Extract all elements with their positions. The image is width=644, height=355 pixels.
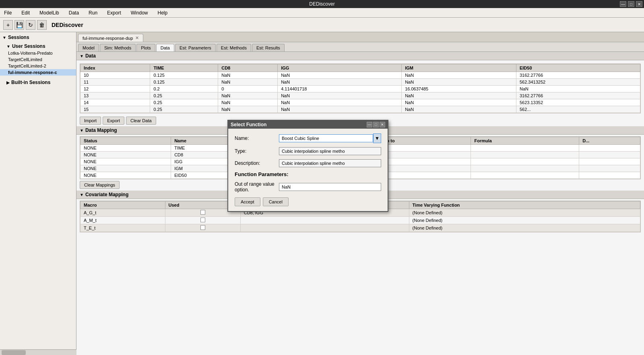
menu-data[interactable]: Data <box>66 9 81 16</box>
session-tab-active[interactable]: ful-immune-response-dup ✕ <box>78 34 143 42</box>
menu-file[interactable]: File <box>2 9 14 16</box>
data-section-header: ▼ Data <box>76 52 644 60</box>
cell-index: 12 <box>80 86 150 92</box>
cell-time: 0.125 <box>150 79 218 86</box>
tab-sim-methods[interactable]: Sim: Methods <box>100 44 136 51</box>
cov-used-2[interactable] <box>165 224 240 232</box>
sidebar-hscrollbar[interactable] <box>0 349 76 355</box>
cov-used-1[interactable] <box>165 217 240 224</box>
sidebar-item-targetcelllimited[interactable]: TargetCellLimited <box>0 56 76 63</box>
menu-bar: File Edit ModelLib Data Run Export Windo… <box>0 8 644 18</box>
sidebar-user-sessions-header[interactable]: ▼ User Sessions <box>0 43 76 50</box>
cov-checkbox-2[interactable] <box>200 225 205 230</box>
modal-outofrange-row: Out of range value option. <box>235 181 381 193</box>
table-row[interactable]: 15 0.25 NaN NaN NaN 562... <box>80 106 640 113</box>
clear-mappings-button[interactable]: Clear Mappings <box>80 181 120 189</box>
modal-name-input[interactable] <box>279 134 373 142</box>
cell-igg: NaN <box>278 99 402 106</box>
data-table-container: Index TIME CD8 IGG IGM EID50 10 0.125 Na <box>80 64 641 113</box>
sidebar-builtin-label: Built-in Sessions <box>11 80 50 85</box>
sidebar-item-lotkavolterra[interactable]: Lotka-Volterra-Predato <box>0 50 76 56</box>
cell-igm: NaN <box>402 106 516 113</box>
cov-checkbox-1[interactable] <box>200 218 205 222</box>
cov-table-body: A_G_t CD8, IGG (None Defined) A_M_t (Non… <box>80 209 640 232</box>
inner-tab-bar: Model Sim: Methods Plots Data Est: Param… <box>76 42 644 52</box>
table-row[interactable]: 11 0.125 NaN NaN NaN 562.3413252 <box>80 79 640 86</box>
minimize-btn[interactable]: — <box>620 1 626 7</box>
data-mapping-label: Data Mapping <box>85 127 117 133</box>
map-formula-3 <box>471 165 579 172</box>
cov-checkbox-0[interactable] <box>200 210 205 215</box>
modal-accept-button[interactable]: Accept <box>235 197 260 206</box>
table-row[interactable]: T_E_t (None Defined) <box>80 224 640 232</box>
data-mapping-arrow: ▼ <box>80 128 84 133</box>
map-mapto-1 <box>377 152 471 158</box>
menu-edit[interactable]: Edit <box>19 9 32 16</box>
map-mapto-3 <box>377 165 471 172</box>
close-btn[interactable]: ✕ <box>636 1 642 7</box>
modal-minimize-btn[interactable]: — <box>367 122 372 127</box>
modal-name-dropdown-btn[interactable]: ▼ <box>373 133 381 143</box>
menu-run[interactable]: Run <box>86 9 100 16</box>
maximize-btn[interactable]: □ <box>628 1 634 7</box>
modal-close-btn[interactable]: ✕ <box>380 122 385 127</box>
sidebar-item-targetcelllimited2[interactable]: TargetCellLimited-2 <box>0 63 76 69</box>
modal-cancel-button[interactable]: Cancel <box>263 197 289 206</box>
tab-data[interactable]: Data <box>156 44 174 51</box>
menu-export[interactable]: Export <box>105 9 124 16</box>
cov-datacolumns-1 <box>240 217 409 224</box>
clear-data-button[interactable]: Clear Data <box>126 117 156 125</box>
modal-maximize-btn[interactable]: □ <box>373 122 379 127</box>
sidebar-builtin-header[interactable]: ▶ Built-in Sessions <box>0 79 76 86</box>
tab-est-methods[interactable]: Est: Methods <box>217 44 251 51</box>
sidebar-item-fulimmune[interactable]: ful-immune-response-c <box>0 69 76 76</box>
table-row[interactable]: 13 0.25 NaN NaN NaN 3162.27766 <box>80 92 640 99</box>
title-bar-controls[interactable]: — □ ✕ <box>620 1 642 7</box>
cell-igg: NaN <box>278 92 402 99</box>
chevron-down-icon: ▼ <box>375 135 380 141</box>
table-row[interactable]: A_M_t (None Defined) <box>80 217 640 224</box>
tab-est-results[interactable]: Est: Results <box>252 44 285 51</box>
modal-name-dropdown[interactable]: ▼ <box>279 133 381 143</box>
cell-eid50: 5623.13352 <box>516 99 640 106</box>
sessions-arrow: ▼ <box>2 35 6 40</box>
tab-est-parameters[interactable]: Est: Parameters <box>175 44 216 51</box>
menu-modellib[interactable]: ModelLib <box>37 9 62 16</box>
menu-window[interactable]: Window <box>128 9 151 16</box>
modal-type-input[interactable] <box>279 147 381 155</box>
table-row[interactable]: 14 0.25 NaN NaN NaN 5623.13352 <box>80 99 640 106</box>
table-row[interactable]: 12 0.2 0 4.114401718 16.0637485 NaN <box>80 86 640 92</box>
delete-btn[interactable]: 🗑 <box>37 20 47 30</box>
sidebar-user-sessions: ▼ User Sessions Lotka-Volterra-Predato T… <box>0 41 76 77</box>
session-tab-close[interactable]: ✕ <box>135 35 139 41</box>
tab-model[interactable]: Model <box>78 44 99 51</box>
map-formula-1 <box>471 152 579 158</box>
cell-time: 0.25 <box>150 99 218 106</box>
menu-help[interactable]: Help <box>155 9 170 16</box>
map-status-0: NONE <box>80 145 171 152</box>
modal-controls[interactable]: — □ ✕ <box>367 122 385 127</box>
new-btn[interactable]: + <box>3 20 13 30</box>
export-button[interactable]: Export <box>103 117 124 125</box>
cell-cd8: NaN <box>218 99 278 106</box>
table-row[interactable]: 10 0.125 NaN NaN NaN 3162.27766 <box>80 72 640 79</box>
modal-outofrange-label: Out of range value option. <box>235 181 279 193</box>
import-button[interactable]: Import <box>80 117 101 125</box>
cell-eid50: 3162.27766 <box>516 72 640 79</box>
save-btn[interactable]: 💾 <box>14 20 24 30</box>
cov-col-timevarying: Time Varying Function <box>409 201 640 209</box>
map-status-1: NONE <box>80 152 171 158</box>
cov-macro-2: T_E_t <box>80 224 165 232</box>
refresh-btn[interactable]: ↻ <box>26 20 35 30</box>
sidebar-sessions-header[interactable]: ▼ Sessions <box>0 34 76 41</box>
covariate-arrow: ▼ <box>80 193 84 197</box>
cell-cd8: NaN <box>218 106 278 113</box>
tab-plots[interactable]: Plots <box>136 44 155 51</box>
title-bar: DEDiscover — □ ✕ <box>0 0 644 8</box>
modal-description-input[interactable] <box>279 159 381 167</box>
modal-outofrange-input[interactable] <box>279 183 381 191</box>
map-mapto-2 <box>377 158 471 165</box>
cell-igg: 4.114401718 <box>278 86 402 92</box>
map-d-1 <box>579 152 640 158</box>
covariate-label: Covariate Mapping <box>85 192 128 197</box>
